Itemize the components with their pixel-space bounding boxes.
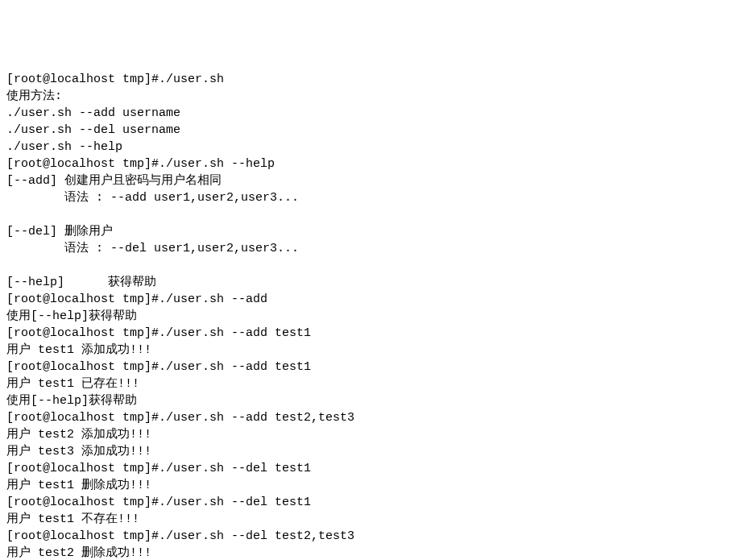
terminal-line: [root@localhost tmp]#./user.sh --add tes… (6, 325, 748, 342)
terminal-line: [root@localhost tmp]#./user.sh (6, 71, 748, 88)
terminal-line: 语法 : --del user1,user2,user3... (6, 240, 748, 257)
terminal-line: ./user.sh --del username (6, 122, 748, 139)
terminal-line: [root@localhost tmp]#./user.sh --help (6, 156, 748, 172)
terminal-line: 用户 test1 不存在!!! (6, 511, 748, 528)
terminal-line: [root@localhost tmp]#./user.sh --add tes… (6, 359, 748, 375)
terminal-line: [root@localhost tmp]#./user.sh --del tes… (6, 460, 748, 477)
terminal-line: [root@localhost tmp]#./user.sh --del tes… (6, 494, 748, 511)
terminal-line: [--help] 获得帮助 (6, 274, 748, 291)
terminal-line (6, 206, 748, 223)
terminal-line: 用户 test1 添加成功!!! (6, 342, 748, 359)
terminal-line: ./user.sh --add username (6, 105, 748, 122)
terminal-line: 用户 test2 添加成功!!! (6, 426, 748, 443)
terminal-line: 使用方法: (6, 88, 748, 105)
terminal-line: 用户 test3 添加成功!!! (6, 443, 748, 460)
terminal-line: 用户 test1 已存在!!! (6, 375, 748, 392)
terminal-line: 用户 test2 删除成功!!! (6, 545, 748, 560)
terminal-line: [--del] 删除用户 (6, 223, 748, 240)
terminal-line: 语法 : --add user1,user2,user3... (6, 189, 748, 206)
terminal-line: ./user.sh --help (6, 139, 748, 156)
terminal-line: 使用[--help]获得帮助 (6, 308, 748, 325)
terminal-line (6, 257, 748, 274)
terminal-line: [root@localhost tmp]#./user.sh --del tes… (6, 528, 748, 545)
terminal-line: [root@localhost tmp]#./user.sh --add tes… (6, 409, 748, 426)
terminal-line: [--add] 创建用户且密码与用户名相同 (6, 172, 748, 189)
terminal-line: 用户 test1 删除成功!!! (6, 477, 748, 494)
terminal-line: 使用[--help]获得帮助 (6, 392, 748, 409)
terminal-line: [root@localhost tmp]#./user.sh --add (6, 291, 748, 308)
terminal-output: [root@localhost tmp]#./user.sh使用方法:./use… (6, 71, 748, 560)
